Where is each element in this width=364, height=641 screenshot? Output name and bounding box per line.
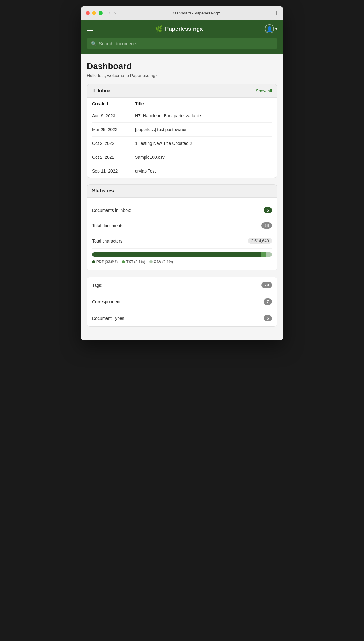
col-title-header: Title bbox=[135, 101, 272, 106]
table-row[interactable]: Sep 11, 2022 drylab Test bbox=[92, 164, 272, 178]
brand-name: Paperless-ngx bbox=[165, 26, 203, 32]
tags-label: Tags: bbox=[92, 283, 102, 288]
correspondents-row: Correspondents: 7 bbox=[87, 293, 277, 310]
row-created: Oct 2, 2022 bbox=[92, 141, 135, 146]
statistics-card-header-left: Statistics bbox=[92, 188, 114, 194]
txt-legend-label: TXT (3.1%) bbox=[126, 260, 145, 264]
docs-in-inbox-row: Documents in inbox: 5 bbox=[92, 203, 272, 218]
page-subtitle: Hello test, welcome to Paperless-ngx bbox=[87, 73, 277, 78]
search-icon: 🔍 bbox=[91, 41, 96, 46]
share-icon[interactable]: ⬆ bbox=[274, 10, 278, 16]
total-chars-badge: 2,514,649 bbox=[248, 238, 272, 244]
file-type-chart bbox=[92, 252, 272, 257]
forward-arrow[interactable]: › bbox=[113, 10, 117, 16]
minimize-button[interactable] bbox=[92, 11, 96, 15]
show-all-button[interactable]: Show all bbox=[256, 88, 272, 93]
statistics-card-title: Statistics bbox=[92, 188, 114, 194]
table-row[interactable]: Oct 2, 2022 1 Testing New Title Updated … bbox=[92, 137, 272, 150]
row-title: H7_Napoleon_Bonaparte_zadanie bbox=[135, 113, 272, 118]
pdf-legend-label: PDF (93.8%) bbox=[96, 260, 118, 264]
statistics-card: Statistics Documents in inbox: 5 Total d… bbox=[87, 184, 277, 270]
user-menu[interactable]: 👤 ▾ bbox=[265, 24, 277, 33]
row-created: Aug 9, 2023 bbox=[92, 113, 135, 118]
page-title: Dashboard bbox=[87, 61, 277, 71]
row-title: drylab Test bbox=[135, 169, 272, 173]
txt-legend-item: TXT (3.1%) bbox=[122, 260, 145, 264]
chart-legend: PDF (93.8%) TXT (3.1%) CSV (3.1%) bbox=[92, 260, 272, 264]
table-row[interactable]: Oct 2, 2022 Sample100.csv bbox=[92, 150, 272, 164]
statistics-card-header: Statistics bbox=[87, 185, 277, 198]
main-content: Dashboard Hello test, welcome to Paperle… bbox=[81, 54, 283, 340]
txt-bar bbox=[261, 252, 266, 257]
chart-section: PDF (93.8%) TXT (3.1%) CSV (3.1%) bbox=[92, 249, 272, 265]
secondary-stats-card: Tags: 28 Correspondents: 7 Document Type… bbox=[87, 277, 277, 327]
row-title: Sample100.csv bbox=[135, 155, 272, 160]
close-button[interactable] bbox=[86, 11, 90, 15]
inbox-table: Created Title Aug 9, 2023 H7_Napoleon_Bo… bbox=[87, 98, 277, 178]
doc-types-row: Document Types: 5 bbox=[87, 310, 277, 326]
search-bar-container: 🔍 bbox=[81, 38, 283, 54]
app-header: 🌿 Paperless-ngx 👤 ▾ bbox=[81, 20, 283, 38]
window-title: Dashboard - Paperless-ngx bbox=[121, 11, 271, 15]
col-created-header: Created bbox=[92, 101, 135, 106]
user-avatar-icon: 👤 bbox=[265, 24, 274, 33]
inbox-card-header-left: ⠿ Inbox bbox=[92, 88, 111, 94]
stats-inner: Documents in inbox: 5 Total documents: 6… bbox=[87, 198, 277, 270]
table-header-row: Created Title bbox=[92, 98, 272, 109]
row-title: [paperless] test post-owner bbox=[135, 127, 272, 132]
search-input[interactable] bbox=[99, 41, 273, 46]
titlebar: ‹ › Dashboard - Paperless-ngx ⬆ bbox=[81, 6, 283, 20]
row-created: Sep 11, 2022 bbox=[92, 169, 135, 173]
table-row[interactable]: Aug 9, 2023 H7_Napoleon_Bonaparte_zadani… bbox=[92, 109, 272, 123]
csv-legend-item: CSV (3.1%) bbox=[149, 260, 173, 264]
fullscreen-button[interactable] bbox=[99, 11, 103, 15]
tags-badge: 28 bbox=[261, 282, 272, 288]
correspondents-badge: 7 bbox=[264, 298, 272, 305]
row-created: Mar 25, 2022 bbox=[92, 127, 135, 132]
total-chars-row: Total characters: 2,514,649 bbox=[92, 233, 272, 249]
doc-types-label: Document Types: bbox=[92, 316, 126, 321]
csv-bar bbox=[266, 252, 272, 257]
row-created: Oct 2, 2022 bbox=[92, 155, 135, 160]
traffic-lights bbox=[86, 11, 103, 15]
docs-in-inbox-label: Documents in inbox: bbox=[92, 208, 131, 213]
tags-row: Tags: 28 bbox=[87, 277, 277, 293]
total-chars-label: Total characters: bbox=[92, 239, 124, 243]
pdf-dot-icon bbox=[92, 260, 95, 263]
doc-types-badge: 5 bbox=[264, 315, 272, 321]
csv-dot-icon bbox=[149, 260, 153, 263]
row-title: 1 Testing New Title Updated 2 bbox=[135, 141, 272, 146]
pdf-legend-item: PDF (93.8%) bbox=[92, 260, 118, 264]
drag-handle-icon: ⠿ bbox=[92, 88, 95, 93]
hamburger-menu[interactable] bbox=[87, 27, 93, 31]
pdf-bar bbox=[92, 252, 261, 257]
inbox-card-header: ⠿ Inbox Show all bbox=[87, 84, 277, 98]
total-docs-label: Total documents: bbox=[92, 223, 125, 228]
nav-arrows: ‹ › bbox=[107, 10, 117, 16]
app-brand: 🌿 Paperless-ngx bbox=[155, 25, 203, 33]
total-docs-badge: 64 bbox=[261, 222, 272, 229]
chevron-down-icon: ▾ bbox=[275, 27, 277, 31]
inbox-card: ⠿ Inbox Show all Created Title Aug 9, 20… bbox=[87, 84, 277, 178]
txt-dot-icon bbox=[122, 260, 125, 263]
inbox-card-title: Inbox bbox=[98, 88, 111, 94]
back-arrow[interactable]: ‹ bbox=[107, 10, 111, 16]
search-bar: 🔍 bbox=[87, 38, 277, 49]
total-docs-row: Total documents: 64 bbox=[92, 218, 272, 233]
app-window: ‹ › Dashboard - Paperless-ngx ⬆ 🌿 Paperl… bbox=[81, 6, 283, 340]
docs-in-inbox-badge: 5 bbox=[264, 207, 272, 213]
table-row[interactable]: Mar 25, 2022 [paperless] test post-owner bbox=[92, 123, 272, 137]
correspondents-label: Correspondents: bbox=[92, 299, 124, 304]
csv-legend-label: CSV (3.1%) bbox=[154, 260, 173, 264]
brand-logo-icon: 🌿 bbox=[155, 25, 163, 33]
